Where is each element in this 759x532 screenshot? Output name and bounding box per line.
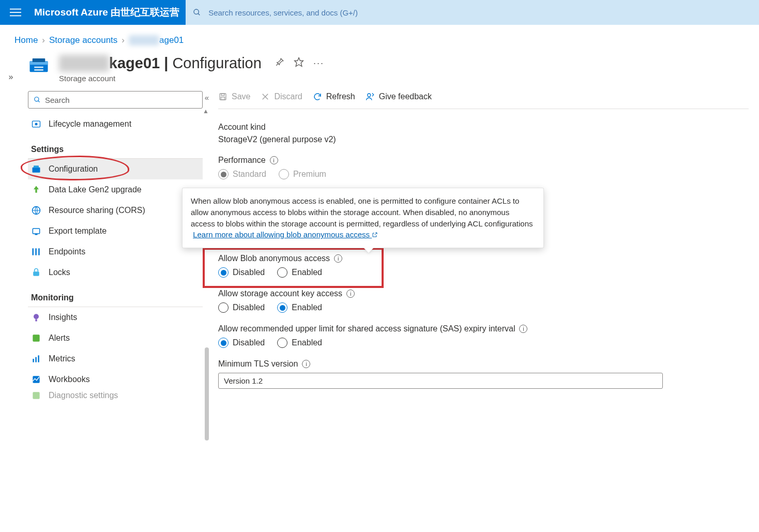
svg-rect-34 — [221, 94, 224, 96]
sidebar-item-alerts[interactable]: Alerts — [28, 328, 203, 348]
field-tls-version: Minimum TLS version i Version 1.2 — [218, 359, 749, 389]
svg-rect-17 — [34, 165, 39, 168]
svg-marker-11 — [295, 58, 303, 67]
sidebar-item-cors[interactable]: Resource sharing (CORS) — [28, 200, 203, 221]
sidebar-item-label: Insights — [49, 313, 77, 322]
sidebar-search[interactable]: Search — [28, 91, 203, 109]
svg-point-25 — [34, 314, 39, 319]
field-sas-expiry: Allow recommended upper limit for shared… — [218, 324, 749, 348]
sidebar-section-monitoring: Monitoring — [28, 283, 203, 307]
external-link-icon — [372, 232, 378, 238]
menu-button[interactable] — [0, 7, 31, 18]
radio-performance-standard: Standard — [218, 169, 266, 179]
radio-icon — [218, 338, 229, 348]
sidebar-item-label: Diagnostic settings — [49, 391, 118, 400]
storage-account-icon — [28, 55, 50, 77]
sidebar-item-label: Resource sharing (CORS) — [49, 206, 145, 215]
radio-key-enabled[interactable]: Enabled — [277, 302, 322, 313]
sidebar-item-label: Lifecycle management — [49, 119, 131, 129]
save-icon — [218, 92, 227, 101]
sidebar-item-insights[interactable]: Insights — [28, 307, 203, 328]
field-label: Allow storage account key access — [218, 289, 342, 298]
radio-sas-enabled[interactable]: Enabled — [277, 338, 322, 348]
field-performance: Performance i Standard Premium — [218, 156, 749, 179]
svg-rect-24 — [33, 271, 39, 276]
sidebar-item-lifecycle-management[interactable]: Lifecycle management — [28, 114, 203, 134]
pin-button[interactable] — [275, 57, 284, 69]
field-label: Performance — [218, 156, 266, 165]
close-icon — [261, 92, 270, 101]
field-label: Allow Blob anonymous access — [218, 254, 330, 263]
sidebar-item-diagnostic-settings[interactable]: Diagnostic settings — [28, 390, 203, 401]
breadcrumb-current[interactable]: xxxxxxage01 — [129, 35, 184, 45]
metrics-icon — [31, 354, 41, 364]
give-feedback-button[interactable]: Give feedback — [366, 92, 432, 101]
brand-label[interactable]: Microsoft Azure 由世纪互联运营 — [31, 6, 186, 19]
svg-rect-2 — [10, 16, 21, 17]
workbooks-icon — [31, 374, 41, 385]
radio-icon — [218, 302, 229, 313]
locks-icon — [31, 267, 41, 278]
radio-icon — [277, 267, 287, 278]
svg-rect-29 — [35, 357, 37, 362]
save-button: Save — [218, 92, 250, 101]
pin-icon — [275, 57, 284, 67]
radio-anon-enabled[interactable]: Enabled — [277, 267, 322, 278]
info-icon[interactable]: i — [334, 254, 342, 263]
sidebar-item-configuration[interactable]: Configuration — [28, 159, 203, 179]
svg-point-3 — [194, 9, 199, 14]
radio-key-disabled[interactable]: Disabled — [218, 302, 265, 313]
insights-icon — [31, 312, 41, 323]
chevron-right-icon: › — [122, 35, 125, 45]
lifecycle-icon — [31, 119, 41, 129]
breadcrumb: Home › Storage accounts › xxxxxxage01 — [0, 25, 759, 52]
info-icon[interactable]: i — [346, 290, 355, 298]
expand-menu-button[interactable]: » — [0, 52, 22, 401]
scrollbar-thumb[interactable] — [205, 347, 209, 440]
tooltip-learn-more-link[interactable]: Learn more about allowing blob anonymous… — [193, 230, 378, 239]
sidebar-item-metrics[interactable]: Metrics — [28, 348, 203, 369]
sidebar-item-locks[interactable]: Locks — [28, 262, 203, 283]
svg-rect-23 — [38, 248, 40, 255]
refresh-icon — [313, 92, 322, 101]
svg-rect-22 — [35, 248, 37, 255]
svg-rect-35 — [221, 97, 225, 100]
sidebar-item-workbooks[interactable]: Workbooks — [28, 369, 203, 390]
svg-rect-19 — [33, 229, 39, 234]
info-icon[interactable]: i — [519, 325, 527, 333]
more-actions-button[interactable]: ··· — [313, 58, 324, 69]
sidebar-search-placeholder: Search — [45, 96, 70, 104]
tls-version-select[interactable]: Version 1.2 — [218, 373, 663, 389]
breadcrumb-home[interactable]: Home — [14, 35, 38, 45]
top-bar: Microsoft Azure 由世纪互联运营 Search resources… — [0, 0, 759, 25]
sidebar-item-label: Configuration — [49, 164, 98, 174]
hamburger-icon — [10, 7, 21, 18]
favorite-button[interactable] — [294, 57, 304, 70]
radio-anon-disabled[interactable]: Disabled — [218, 267, 265, 278]
sidebar-item-export-template[interactable]: Export template — [28, 221, 203, 241]
export-icon — [31, 226, 41, 236]
field-value: StorageV2 (general purpose v2) — [218, 135, 749, 144]
radio-sas-disabled[interactable]: Disabled — [218, 338, 265, 348]
sidebar-item-endpoints[interactable]: Endpoints — [28, 241, 203, 262]
discard-button: Discard — [261, 92, 302, 101]
sidebar-item-label: Locks — [49, 268, 70, 277]
feedback-icon — [366, 92, 375, 101]
star-icon — [294, 57, 304, 67]
svg-rect-27 — [33, 335, 39, 341]
diagnostic-icon — [31, 390, 41, 401]
tooltip-anonymous-access: When allow blob anonymous access is enab… — [182, 188, 544, 248]
global-search[interactable]: Search resources, services, and docs (G+… — [186, 0, 759, 25]
sidebar-item-data-lake-upgrade[interactable]: Data Lake Gen2 upgrade — [28, 179, 203, 200]
svg-line-4 — [198, 13, 200, 15]
svg-rect-8 — [34, 67, 43, 68]
info-icon[interactable]: i — [302, 360, 310, 368]
sidebar-item-label: Endpoints — [49, 247, 85, 256]
resource-header: xxxxxxkage01 | Configuration ··· — [22, 52, 759, 89]
radio-icon — [218, 267, 229, 278]
refresh-button[interactable]: Refresh — [313, 92, 355, 101]
breadcrumb-storage-accounts[interactable]: Storage accounts — [49, 35, 117, 45]
svg-rect-26 — [35, 319, 37, 321]
info-icon[interactable]: i — [270, 156, 278, 164]
global-search-placeholder: Search resources, services, and docs (G+… — [208, 8, 358, 17]
